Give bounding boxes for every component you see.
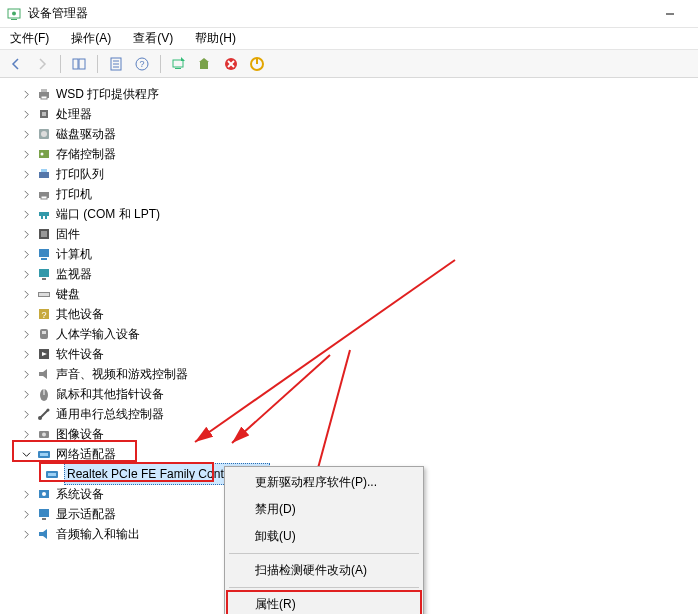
tree-node-label: 其他设备 [56, 304, 104, 324]
svg-point-28 [41, 153, 44, 156]
chevron-right-icon[interactable] [20, 168, 32, 180]
chevron-right-icon[interactable] [20, 208, 32, 220]
toolbar-update-button[interactable] [193, 53, 217, 75]
svg-rect-43 [39, 293, 49, 296]
tree-node[interactable]: 软件设备 [20, 344, 698, 364]
menu-help[interactable]: 帮助(H) [191, 28, 240, 49]
ctx-disable[interactable]: 禁用(D) [227, 496, 421, 523]
mouse-icon [36, 386, 52, 402]
chevron-right-icon[interactable] [20, 128, 32, 140]
menu-action[interactable]: 操作(A) [67, 28, 115, 49]
chevron-right-icon[interactable] [20, 528, 32, 540]
chevron-right-icon[interactable] [20, 328, 32, 340]
tree-node-label: 网络适配器 [56, 444, 116, 464]
chevron-right-icon[interactable] [20, 148, 32, 160]
disk-icon [36, 126, 52, 142]
tree-node-label: 磁盘驱动器 [56, 124, 116, 144]
chevron-right-icon[interactable] [20, 348, 32, 360]
chevron-right-icon[interactable] [20, 248, 32, 260]
chevron-right-icon[interactable] [20, 228, 32, 240]
cpu-icon [36, 106, 52, 122]
chevron-right-icon[interactable] [20, 88, 32, 100]
svg-rect-14 [200, 62, 208, 69]
printer-icon [36, 86, 52, 102]
svg-rect-4 [73, 59, 78, 69]
toolbar-separator [97, 55, 98, 73]
toolbar-back-button[interactable] [4, 53, 28, 75]
ctx-scan[interactable]: 扫描检测硬件改动(A) [227, 557, 421, 584]
monitor-icon [36, 266, 52, 282]
toolbar-properties-button[interactable] [104, 53, 128, 75]
toolbar-forward-button[interactable] [30, 53, 54, 75]
tree-node[interactable]: 处理器 [20, 104, 698, 124]
tree-node[interactable]: 图像设备 [20, 424, 698, 444]
svg-rect-38 [39, 249, 49, 257]
toolbar-help-button[interactable]: ? [130, 53, 154, 75]
ctx-separator [229, 587, 419, 588]
tree-node[interactable]: 计算机 [20, 244, 698, 264]
chevron-right-icon[interactable] [20, 368, 32, 380]
toolbar-scan-button[interactable] [167, 53, 191, 75]
toolbar-show-hide-button[interactable] [67, 53, 91, 75]
tree-node-label: 声音、视频和游戏控制器 [56, 364, 188, 384]
ctx-properties[interactable]: 属性(R) [227, 591, 421, 614]
chevron-right-icon[interactable] [20, 428, 32, 440]
usb-icon [36, 406, 52, 422]
chevron-right-icon[interactable] [20, 308, 32, 320]
svg-rect-30 [41, 169, 47, 172]
svg-point-2 [12, 11, 16, 15]
tree-node-label: 软件设备 [56, 344, 104, 364]
tree-node-label: 显示适配器 [56, 504, 116, 524]
svg-rect-33 [39, 212, 49, 216]
svg-rect-37 [41, 231, 47, 237]
chevron-right-icon[interactable] [20, 268, 32, 280]
window-title: 设备管理器 [28, 5, 88, 22]
svg-rect-22 [41, 96, 47, 99]
context-menu: 更新驱动程序软件(P)... 禁用(D) 卸载(U) 扫描检测硬件改动(A) 属… [224, 466, 424, 614]
ctx-update-driver[interactable]: 更新驱动程序软件(P)... [227, 469, 421, 496]
tree-node[interactable]: 存储控制器 [20, 144, 698, 164]
svg-rect-29 [39, 172, 49, 178]
tree-node[interactable]: 打印机 [20, 184, 698, 204]
chevron-right-icon[interactable] [20, 408, 32, 420]
chevron-right-icon[interactable] [20, 508, 32, 520]
svg-rect-64 [42, 518, 46, 520]
chevron-down-icon[interactable] [20, 448, 32, 460]
menu-view[interactable]: 查看(V) [129, 28, 177, 49]
tree-node-network-adapter[interactable]: 网络适配器 [20, 444, 698, 464]
tree-node[interactable]: 声音、视频和游戏控制器 [20, 364, 698, 384]
chevron-right-icon[interactable] [20, 108, 32, 120]
tree-node[interactable]: 人体学输入设备 [20, 324, 698, 344]
svg-marker-65 [39, 529, 47, 539]
svg-point-56 [42, 433, 46, 437]
chevron-right-icon[interactable] [20, 388, 32, 400]
tree-node[interactable]: 监视器 [20, 264, 698, 284]
svg-rect-47 [42, 331, 46, 334]
svg-rect-39 [41, 258, 47, 260]
minimize-button[interactable] [648, 0, 692, 28]
chevron-right-icon[interactable] [20, 488, 32, 500]
tree-node[interactable]: 打印队列 [20, 164, 698, 184]
svg-rect-1 [11, 19, 17, 20]
tree-node[interactable]: 键盘 [20, 284, 698, 304]
tree-node[interactable]: WSD 打印提供程序 [20, 84, 698, 104]
ctx-uninstall[interactable]: 卸载(U) [227, 523, 421, 550]
menu-file[interactable]: 文件(F) [6, 28, 53, 49]
tree-node[interactable]: 鼠标和其他指针设备 [20, 384, 698, 404]
chevron-right-icon[interactable] [20, 288, 32, 300]
tree-node[interactable]: 通用串行总线控制器 [20, 404, 698, 424]
tree-node[interactable]: ?其他设备 [20, 304, 698, 324]
tree-node[interactable]: 端口 (COM 和 LPT) [20, 204, 698, 224]
svg-rect-13 [175, 68, 181, 69]
tree-node[interactable]: 固件 [20, 224, 698, 244]
chevron-right-icon[interactable] [20, 188, 32, 200]
keyboard-icon [36, 286, 52, 302]
tree-node[interactable]: 磁盘驱动器 [20, 124, 698, 144]
menu-bar: 文件(F) 操作(A) 查看(V) 帮助(H) [0, 28, 698, 50]
toolbar-disable-button[interactable] [245, 53, 269, 75]
ctx-separator [229, 553, 419, 554]
svg-rect-32 [41, 196, 47, 199]
tree-node-label: 固件 [56, 224, 80, 244]
toolbar-uninstall-button[interactable] [219, 53, 243, 75]
tree-node-label: 端口 (COM 和 LPT) [56, 204, 160, 224]
